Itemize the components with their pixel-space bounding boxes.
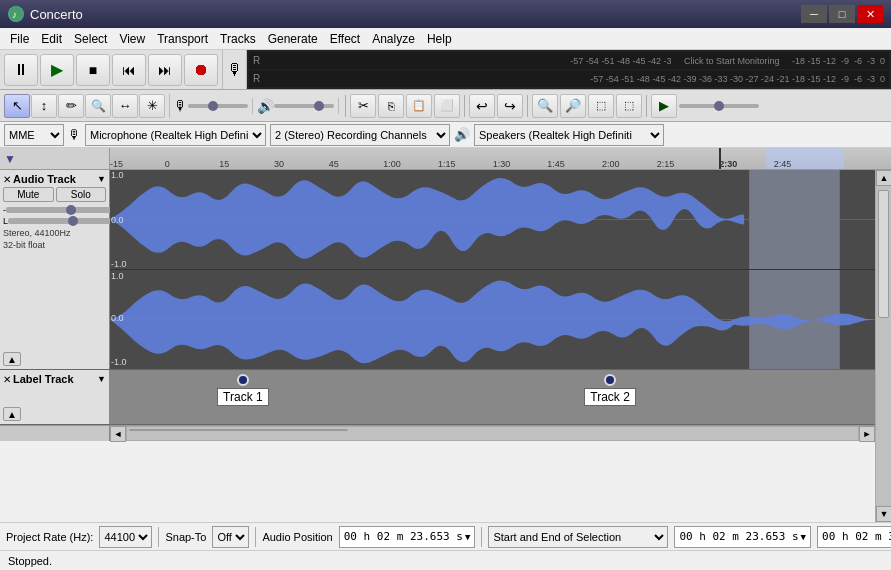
- app-window: ♪ Concerto ─ □ ✕ File Edit Select View T…: [0, 0, 891, 570]
- record-icon: ⏺: [193, 61, 209, 79]
- project-rate-label: Project Rate (Hz):: [6, 531, 93, 543]
- h-scroll-track[interactable]: [126, 426, 859, 441]
- label-marker-1: Track 1: [217, 374, 269, 406]
- stop-button[interactable]: ■: [76, 54, 110, 86]
- menu-bar: File Edit Select View Transport Tracks G…: [0, 28, 891, 50]
- selection-start-display: 00 h 02 m 23.653 s ▼: [674, 526, 811, 548]
- trim-button[interactable]: ⬜: [434, 94, 460, 118]
- zoom-in-button[interactable]: 🔍: [532, 94, 558, 118]
- audio-track-waveform[interactable]: 1.0 0.0 -1.0: [110, 170, 875, 369]
- paste-button[interactable]: 📋: [406, 94, 432, 118]
- multi-tool-icon: ✳: [147, 98, 158, 113]
- waveform-top-channel: [110, 170, 875, 270]
- ruler-area[interactable]: -15 0 15 30 45 1:00 1:15 1:30 1:45 2:00 …: [110, 148, 891, 169]
- input-level-indicator: R: [253, 55, 260, 66]
- scroll-down-button[interactable]: ▼: [876, 506, 891, 522]
- audio-track-header: ✕ Audio Track ▼ Mute Solo - +: [0, 170, 110, 369]
- audio-position-label: Audio Position: [262, 531, 332, 543]
- selection-tools: ↖ ↕ ✏ 🔍 ↔ ✳: [4, 94, 170, 118]
- selection-end-value: 00 h 02 m 36.776 s: [822, 530, 891, 543]
- output-control: 🔊: [257, 98, 339, 114]
- audio-position-value: 00 h 02 m 23.653 s: [344, 530, 463, 543]
- copy-icon: ⎘: [388, 100, 395, 112]
- tracks-zone: ✕ Audio Track ▼ Mute Solo - +: [0, 170, 875, 522]
- play-at-speed-button[interactable]: ▶: [651, 94, 677, 118]
- menu-file[interactable]: File: [4, 30, 35, 48]
- zoom-sel-button[interactable]: ⬚: [588, 94, 614, 118]
- menu-select[interactable]: Select: [68, 30, 113, 48]
- h-scrollbar[interactable]: ◄ ►: [0, 425, 875, 441]
- output-device-select[interactable]: Speakers (Realtek High Definiti: [474, 124, 664, 146]
- label-track: ✕ Label Track ▼ ▲ Tr: [0, 370, 875, 425]
- output-level-indicator: R: [253, 73, 260, 84]
- menu-analyze[interactable]: Analyze: [366, 30, 421, 48]
- pause-button[interactable]: ⏸: [4, 54, 38, 86]
- select-tool-button[interactable]: ↖: [4, 94, 30, 118]
- skip-back-icon: ⏮: [122, 62, 136, 78]
- redo-button[interactable]: ↪: [497, 94, 523, 118]
- draw-tool-icon: ✏: [66, 98, 77, 113]
- undo-icon: ↩: [476, 98, 488, 114]
- minimize-button[interactable]: ─: [801, 5, 827, 23]
- timeshift-tool-icon: ↔: [119, 98, 132, 113]
- timeshift-tool-button[interactable]: ↔: [112, 94, 138, 118]
- audio-host-select[interactable]: MME: [4, 124, 64, 146]
- audio-track-dropdown[interactable]: ▼: [97, 174, 106, 184]
- multi-tool-button[interactable]: ✳: [139, 94, 165, 118]
- mute-button[interactable]: Mute: [3, 187, 54, 202]
- maximize-button[interactable]: □: [829, 5, 855, 23]
- toolbar-zone: ⏸ ▶ ■ ⏮ ⏭ ⏺ 🎙: [0, 50, 891, 148]
- label-track-content[interactable]: Track 1 Track 2: [110, 370, 875, 424]
- audio-track-close[interactable]: ✕: [3, 174, 11, 185]
- pause-icon: ⏸: [13, 61, 29, 79]
- audio-position-dropdown[interactable]: ▼: [465, 532, 470, 542]
- snap-to-select[interactable]: Off: [212, 526, 249, 548]
- menu-edit[interactable]: Edit: [35, 30, 68, 48]
- play-at-speed-icon: ▶: [659, 98, 669, 113]
- zoom-out-button[interactable]: 🔎: [560, 94, 586, 118]
- selection-format-select[interactable]: Start and End of Selection: [488, 526, 668, 548]
- label-track-collapse[interactable]: ▲: [3, 407, 21, 421]
- zoom-fit-button[interactable]: ⬚: [616, 94, 642, 118]
- menu-generate[interactable]: Generate: [262, 30, 324, 48]
- draw-tool-button[interactable]: ✏: [58, 94, 84, 118]
- bottom-toolbar: Project Rate (Hz): 44100 Snap-To Off Aud…: [0, 522, 891, 550]
- channels-select[interactable]: 2 (Stereo) Recording Channels: [270, 124, 450, 146]
- play-button[interactable]: ▶: [40, 54, 74, 86]
- v-scroll-track[interactable]: [876, 186, 891, 506]
- zoom-sel-icon: ⬚: [596, 99, 606, 112]
- label-track-close[interactable]: ✕: [3, 374, 11, 385]
- menu-view[interactable]: View: [113, 30, 151, 48]
- output-volume-slider[interactable]: [274, 104, 334, 108]
- envelope-tool-button[interactable]: ↕: [31, 94, 57, 118]
- skip-back-button[interactable]: ⏮: [112, 54, 146, 86]
- app-icon: ♪: [8, 6, 24, 22]
- cut-button[interactable]: ✂: [350, 94, 376, 118]
- close-button[interactable]: ✕: [857, 5, 883, 23]
- mic-volume-slider[interactable]: [188, 104, 248, 108]
- mic-control-icon: 🎙: [174, 98, 188, 114]
- skip-fwd-button[interactable]: ⏭: [148, 54, 182, 86]
- project-rate-select[interactable]: 44100: [99, 526, 152, 548]
- v-scrollbar[interactable]: ▲ ▼: [875, 170, 891, 522]
- playback-speed-slider[interactable]: [679, 104, 759, 108]
- input-device-select[interactable]: Microphone (Realtek High Defini: [85, 124, 266, 146]
- scroll-left-button[interactable]: ◄: [110, 426, 126, 442]
- solo-button[interactable]: Solo: [56, 187, 107, 202]
- record-button[interactable]: ⏺: [184, 54, 218, 86]
- zoom-tool-button[interactable]: 🔍: [85, 94, 111, 118]
- label-track-header: ✕ Label Track ▼ ▲: [0, 370, 110, 424]
- zoom-out-icon: 🔎: [565, 98, 581, 113]
- label-track-dropdown[interactable]: ▼: [97, 374, 106, 384]
- menu-tracks[interactable]: Tracks: [214, 30, 262, 48]
- menu-help[interactable]: Help: [421, 30, 458, 48]
- scroll-right-button[interactable]: ►: [859, 426, 875, 442]
- selection-start-dropdown[interactable]: ▼: [801, 532, 806, 542]
- label-1-text: Track 1: [217, 388, 269, 406]
- menu-effect[interactable]: Effect: [324, 30, 366, 48]
- menu-transport[interactable]: Transport: [151, 30, 214, 48]
- undo-button[interactable]: ↩: [469, 94, 495, 118]
- audio-track-collapse[interactable]: ▲: [3, 352, 21, 366]
- copy-button[interactable]: ⎘: [378, 94, 404, 118]
- scroll-up-button[interactable]: ▲: [876, 170, 891, 186]
